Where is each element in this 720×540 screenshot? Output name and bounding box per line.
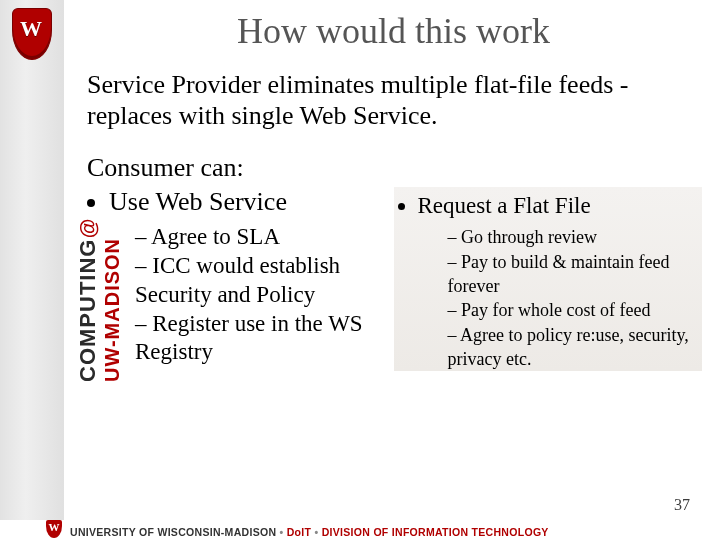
left-column: Use Web Service Agree to SLA ICC would e… [85, 187, 394, 371]
footer-sep-1: • [276, 526, 286, 538]
footer-sep-2: • [311, 526, 321, 538]
footer: UNIVERSITY OF WISCONSIN-MADISON • DoIT •… [0, 520, 720, 540]
right-bullet: Request a Flat File Go through review Pa… [418, 193, 703, 371]
footer-doit: DoIT [287, 526, 312, 538]
left-sub-a: Agree to SLA [135, 223, 394, 252]
footer-text: UNIVERSITY OF WISCONSIN-MADISON • DoIT •… [70, 526, 549, 538]
left-bullet-text: Use Web Service [109, 187, 287, 216]
right-sub-c: Pay for whole cost of feed [448, 298, 703, 322]
content-area: How would this work Service Provider eli… [85, 8, 702, 512]
left-sub-c: Register use in the WS Registry [135, 310, 394, 368]
right-bullet-text: Request a Flat File [418, 193, 591, 218]
two-column-area: Use Web Service Agree to SLA ICC would e… [85, 187, 702, 371]
footer-crest-icon [46, 520, 62, 538]
left-sub-b: ICC would establish Security and Policy [135, 252, 394, 310]
right-sub-a: Go through review [448, 225, 703, 249]
sidebar-banner: W COMPUTING@ UW-MADISON [0, 0, 64, 540]
right-sub-d: Agree to policy re:use, security, privac… [448, 323, 703, 372]
consumer-label: Consumer can: [87, 153, 702, 183]
crest-icon: W [12, 8, 50, 58]
page-number: 37 [674, 496, 690, 514]
crest-letter: W [12, 16, 50, 42]
footer-division: DIVISION OF INFORMATION TECHNOLOGY [322, 526, 549, 538]
right-sub-b: Pay to build & maintain feed forever [448, 250, 703, 299]
slide: W COMPUTING@ UW-MADISON How would this w… [0, 0, 720, 540]
right-column: Request a Flat File Go through review Pa… [394, 187, 703, 371]
intro-paragraph: Service Provider eliminates multiple fla… [87, 70, 702, 131]
slide-title: How would this work [85, 10, 702, 52]
footer-institution: UNIVERSITY OF WISCONSIN-MADISON [70, 526, 276, 538]
left-bullet: Use Web Service Agree to SLA ICC would e… [109, 187, 394, 367]
